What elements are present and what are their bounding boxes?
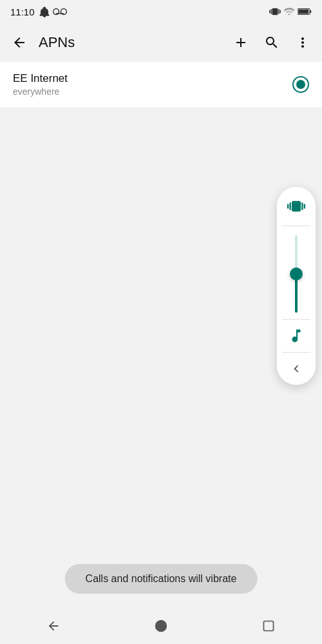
nav-home-button[interactable] xyxy=(142,608,180,644)
apn-radio-selected[interactable] xyxy=(292,76,309,93)
toast-message: Calls and notifications will vibrate xyxy=(65,564,258,594)
top-bar-actions xyxy=(227,28,317,57)
vibrate-button[interactable] xyxy=(277,187,316,226)
svg-rect-7 xyxy=(263,621,273,631)
voicemail-icon xyxy=(53,7,67,16)
page-title: APNs xyxy=(39,34,227,51)
toast-text: Calls and notifications will vibrate xyxy=(86,573,237,584)
collapse-panel-button[interactable] xyxy=(277,353,316,385)
apn-list-item[interactable]: EE Internet everywhere xyxy=(0,62,322,107)
vibrate-status-icon xyxy=(269,6,281,17)
volume-panel xyxy=(277,187,316,385)
radio-inner xyxy=(296,80,305,89)
status-time: 11:10 xyxy=(10,6,35,17)
apn-item-text: EE Internet everywhere xyxy=(13,72,68,97)
svg-rect-2 xyxy=(56,13,64,14)
svg-point-6 xyxy=(155,620,167,632)
more-options-button[interactable] xyxy=(289,28,317,57)
apn-name: EE Internet xyxy=(13,72,68,85)
search-button[interactable] xyxy=(258,28,286,57)
nav-bar xyxy=(0,608,322,644)
add-button[interactable] xyxy=(227,28,255,57)
notification-icon xyxy=(39,6,50,17)
signal-icon xyxy=(283,6,295,17)
apn-subtitle: everywhere xyxy=(13,86,68,97)
music-note-button[interactable] xyxy=(277,320,316,352)
slider-thumb[interactable] xyxy=(290,268,303,280)
nav-back-button[interactable] xyxy=(34,608,73,644)
nav-recents-button[interactable] xyxy=(249,608,288,644)
status-left: 11:10 xyxy=(10,6,67,17)
svg-rect-4 xyxy=(310,10,311,13)
svg-rect-5 xyxy=(298,10,308,14)
volume-slider-section xyxy=(277,226,316,319)
status-bar: 11:10 xyxy=(0,0,322,23)
back-button[interactable] xyxy=(5,28,33,57)
status-icons-left xyxy=(39,6,67,17)
app-bar: APNs xyxy=(0,23,322,62)
battery-icon xyxy=(298,7,312,16)
volume-slider[interactable] xyxy=(295,235,298,313)
status-right xyxy=(269,6,312,17)
